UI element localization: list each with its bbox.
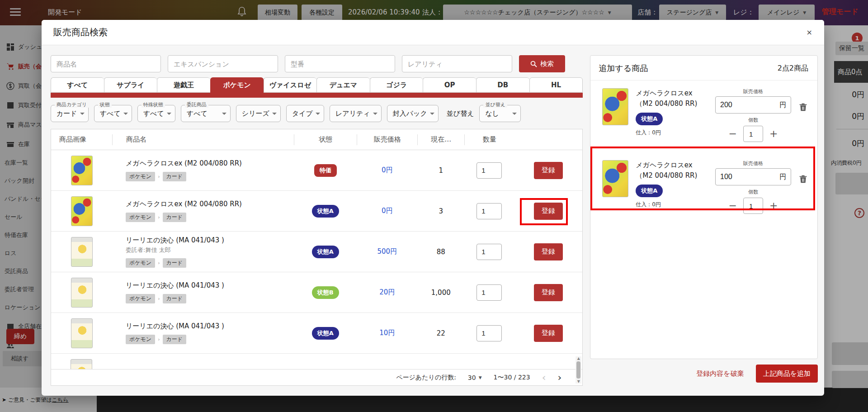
scroll-up-icon[interactable]: ▲	[577, 356, 580, 360]
price-link[interactable]: 0円	[357, 207, 417, 215]
currency-suffix: 円	[779, 173, 786, 181]
tab-hl[interactable]: HL	[529, 77, 583, 93]
price-link[interactable]: 10円	[357, 329, 417, 337]
register-button[interactable]: 登録	[534, 325, 563, 342]
tab-weiss[interactable]: ヴァイスロゼ	[264, 77, 317, 93]
model-number-input[interactable]	[285, 55, 395, 72]
tab-duel-masters[interactable]: デュエマ	[316, 77, 370, 93]
screen: 開発モード 相場変動 各種設定 2026/02/06 10:39:40 法人： …	[0, 0, 868, 412]
rarity-input[interactable]	[402, 55, 512, 72]
expansion-input[interactable]	[168, 55, 278, 72]
type-filter-select[interactable]: タイプ	[286, 105, 324, 122]
search-icon	[530, 61, 537, 67]
tab-all[interactable]: すべて	[51, 77, 104, 93]
plus-icon[interactable]: +	[769, 201, 778, 211]
col-price: 販売価格	[357, 134, 417, 145]
tab-pokemon[interactable]: ポケモン	[210, 77, 264, 93]
tag-chip: カード	[163, 294, 187, 303]
cart-title: 追加する商品	[599, 63, 648, 74]
price-field[interactable]: 円	[715, 96, 791, 114]
table-row: リーリエの決心 (MA 041/043 ) 委託者:舞佳 太郎 ポケモン›カード…	[51, 232, 582, 272]
tab-godzilla[interactable]: ゴジラ	[370, 77, 423, 93]
next-page-icon[interactable]: ›	[557, 373, 561, 383]
sort-select[interactable]: 並び替え なし	[479, 105, 521, 122]
register-button[interactable]: 登録	[534, 243, 563, 260]
quantity-stepper: − +	[729, 198, 778, 214]
quantity-input[interactable]	[476, 325, 502, 341]
tab-yugioh[interactable]: 遊戯王	[157, 77, 210, 93]
price-label: 販売価格	[743, 160, 763, 167]
scroll-down-icon[interactable]: ▼	[577, 379, 580, 384]
product-name: メガヘラクロスex (M2 004/080 RR)	[126, 200, 294, 208]
prev-page-icon[interactable]: ‹	[542, 373, 546, 383]
quantity-input[interactable]	[476, 244, 502, 260]
table-scrollbar[interactable]: ▲ ▼	[576, 356, 581, 384]
product-name-input[interactable]	[51, 55, 161, 72]
search-button[interactable]: 検索	[519, 55, 565, 72]
table-row: リーリエの決心 (MA 041/043 ) ポケモン›カード 状態A 10円 2…	[51, 313, 582, 354]
tag-chip: カード	[163, 258, 187, 268]
search-row: 検索	[51, 55, 583, 72]
consignment-filter-select[interactable]: 委託商品 すべて	[181, 105, 231, 122]
product-name: メガヘラクロスex (M2 004/080 RR)	[126, 159, 294, 168]
price-input[interactable]	[720, 101, 770, 109]
close-icon[interactable]: ×	[807, 29, 812, 36]
tag-chip: ポケモン	[126, 258, 155, 268]
register-button[interactable]: 登録	[534, 284, 563, 301]
product-search-modal: 販売商品検索 × 検索 すべて	[42, 20, 824, 396]
stock-value: 88	[417, 248, 464, 256]
delete-item-button[interactable]	[798, 174, 812, 186]
category-filter-select[interactable]: 商品カテゴリ カード	[51, 105, 89, 122]
rows-per-page-select[interactable]: 30 ▼	[468, 374, 482, 381]
register-button-highlighted[interactable]: 登録	[534, 203, 563, 220]
special-condition-filter-select[interactable]: 特殊状態 すべて	[137, 105, 175, 122]
register-button[interactable]: 登録	[534, 162, 563, 179]
product-image	[71, 359, 92, 370]
pack-filter-select[interactable]: 封入パック	[387, 105, 439, 122]
price-link[interactable]: 0円	[357, 166, 417, 175]
product-image	[71, 237, 93, 267]
chevron-right-icon: ›	[158, 336, 160, 342]
chevron-right-icon: ›	[158, 214, 160, 220]
price-link[interactable]: 20円	[357, 288, 417, 297]
plus-icon[interactable]: +	[769, 129, 778, 139]
status-badge: 状態A	[636, 113, 663, 125]
quantity-input[interactable]	[476, 284, 502, 301]
rarity-filter-select[interactable]: レアリティ	[330, 105, 382, 122]
quantity-input[interactable]	[743, 126, 763, 142]
quantity-label: 個数	[748, 117, 758, 123]
price-label: 販売価格	[743, 88, 763, 95]
table-row: メガヘラクロスex (M2 004/080 RR) ポケモン›カード 状態A 0…	[51, 191, 582, 232]
scrollbar-thumb[interactable]	[576, 361, 580, 379]
cart-item: メガヘラクロスex（M2 004/080 RR) 状態A 仕入：0円 販売価格 …	[590, 152, 817, 221]
status-badge: 状態B	[312, 286, 339, 299]
tag-chip: カード	[163, 335, 187, 344]
trash-icon	[798, 174, 808, 184]
stock-value: 1	[417, 166, 464, 175]
add-products-button[interactable]: 上記商品を追加	[756, 365, 818, 383]
stock-value: 1,000	[417, 289, 464, 297]
delete-item-button[interactable]	[798, 102, 812, 114]
minus-icon[interactable]: −	[729, 129, 737, 139]
quantity-stepper: − +	[729, 126, 778, 142]
price-input[interactable]	[720, 173, 770, 181]
tab-db[interactable]: DB	[476, 77, 529, 93]
filter-row: 商品カテゴリ カード 状態 すべて 特殊状態 すべて 委託商品 すべて	[51, 105, 583, 122]
stock-value: 22	[417, 329, 464, 337]
tab-supply[interactable]: サプライ	[104, 77, 157, 93]
discard-registration-link[interactable]: 登録内容を破棄	[696, 369, 744, 378]
minus-icon[interactable]: −	[729, 201, 737, 211]
chevron-right-icon: ›	[158, 174, 160, 180]
tag-chip: ポケモン	[126, 213, 155, 222]
price-link[interactable]: 500円	[357, 247, 417, 256]
status-badge: 状態A	[312, 327, 339, 340]
condition-filter-select[interactable]: 状態 すべて	[94, 105, 132, 122]
quantity-input[interactable]	[743, 198, 763, 214]
series-filter-select[interactable]: シリーズ	[236, 105, 281, 122]
status-badge: 状態A	[312, 246, 339, 258]
category-tabs: すべて サプライ 遊戯王 ポケモン ヴァイスロゼ デュエマ ゴジラ OP DB …	[51, 77, 583, 93]
price-field[interactable]: 円	[715, 168, 791, 185]
quantity-input[interactable]	[476, 162, 502, 179]
quantity-input[interactable]	[476, 203, 502, 219]
tab-op[interactable]: OP	[423, 77, 476, 93]
